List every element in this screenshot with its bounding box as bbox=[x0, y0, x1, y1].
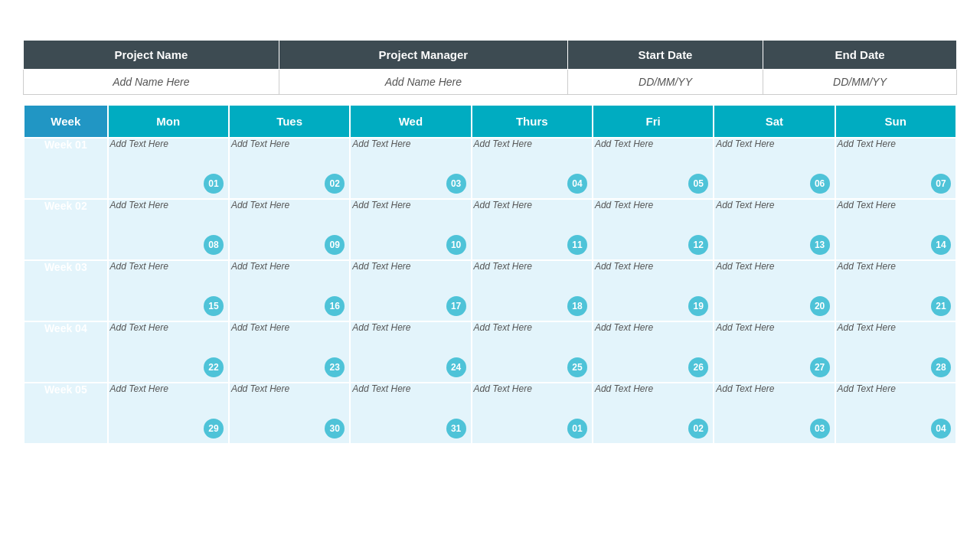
day-number: 05 bbox=[688, 174, 708, 194]
day-number: 04 bbox=[931, 419, 951, 439]
day-cell-w3-d5[interactable]: Add Text Here19 bbox=[593, 260, 714, 321]
day-number: 10 bbox=[446, 235, 466, 255]
cal-day-header-thurs: Thurs bbox=[472, 105, 593, 138]
cal-week-header: Week bbox=[24, 105, 108, 138]
day-cell-w4-d4[interactable]: Add Text Here25 bbox=[472, 321, 593, 383]
cell-text: Add Text Here bbox=[109, 200, 228, 210]
cell-text: Add Text Here bbox=[109, 261, 228, 272]
day-cell-w5-d2[interactable]: Add Text Here30 bbox=[229, 383, 350, 444]
day-cell-w5-d1[interactable]: Add Text Here29 bbox=[108, 383, 229, 444]
day-cell-w1-d2[interactable]: Add Text Here02 bbox=[229, 138, 350, 199]
day-cell-w5-d3[interactable]: Add Text Here31 bbox=[350, 383, 471, 444]
day-number: 17 bbox=[446, 296, 466, 316]
day-number: 19 bbox=[688, 296, 708, 316]
day-number: 16 bbox=[325, 296, 345, 316]
week-row-1: Week 01Add Text Here01Add Text Here02Add… bbox=[24, 138, 956, 199]
cell-text: Add Text Here bbox=[109, 383, 228, 394]
cell-text: Add Text Here bbox=[593, 261, 713, 272]
day-number: 01 bbox=[567, 419, 587, 439]
info-header-1: Project Manager bbox=[279, 41, 567, 70]
cell-text: Add Text Here bbox=[472, 200, 592, 210]
cell-text: Add Text Here bbox=[109, 139, 228, 149]
day-cell-w4-d7[interactable]: Add Text Here28 bbox=[835, 321, 956, 383]
cell-text: Add Text Here bbox=[472, 322, 592, 333]
day-number: 24 bbox=[446, 357, 466, 377]
day-cell-w3-d7[interactable]: Add Text Here21 bbox=[835, 260, 956, 321]
day-number: 28 bbox=[931, 357, 951, 377]
cell-text: Add Text Here bbox=[351, 139, 470, 149]
day-cell-w2-d5[interactable]: Add Text Here12 bbox=[593, 199, 714, 260]
day-number: 03 bbox=[810, 419, 830, 439]
day-cell-w2-d4[interactable]: Add Text Here11 bbox=[472, 199, 593, 260]
day-cell-w4-d3[interactable]: Add Text Here24 bbox=[350, 321, 471, 383]
day-cell-w3-d6[interactable]: Add Text Here20 bbox=[714, 260, 835, 321]
cell-text: Add Text Here bbox=[472, 139, 592, 149]
info-value-0[interactable]: Add Name Here bbox=[24, 70, 279, 95]
day-cell-w4-d2[interactable]: Add Text Here23 bbox=[229, 321, 350, 383]
day-cell-w3-d4[interactable]: Add Text Here18 bbox=[472, 260, 593, 321]
day-cell-w2-d3[interactable]: Add Text Here10 bbox=[350, 199, 471, 260]
day-cell-w4-d1[interactable]: Add Text Here22 bbox=[108, 321, 229, 383]
day-number: 07 bbox=[931, 174, 951, 194]
cell-text: Add Text Here bbox=[714, 200, 834, 210]
day-number: 15 bbox=[204, 296, 224, 316]
day-cell-w4-d6[interactable]: Add Text Here27 bbox=[714, 321, 835, 383]
day-number: 13 bbox=[810, 235, 830, 255]
week-label-1: Week 01 bbox=[24, 138, 108, 199]
cell-text: Add Text Here bbox=[593, 139, 713, 149]
cal-day-header-mon: Mon bbox=[108, 105, 229, 138]
day-cell-w1-d1[interactable]: Add Text Here01 bbox=[108, 138, 229, 199]
day-cell-w5-d4[interactable]: Add Text Here01 bbox=[472, 383, 593, 444]
cell-text: Add Text Here bbox=[230, 261, 349, 272]
cell-text: Add Text Here bbox=[836, 200, 956, 210]
day-number: 02 bbox=[325, 174, 345, 194]
day-cell-w2-d7[interactable]: Add Text Here14 bbox=[835, 199, 956, 260]
day-number: 27 bbox=[810, 357, 830, 377]
day-number: 14 bbox=[931, 235, 951, 255]
info-header-3: End Date bbox=[763, 41, 957, 70]
day-cell-w5-d6[interactable]: Add Text Here03 bbox=[714, 383, 835, 444]
cell-text: Add Text Here bbox=[714, 322, 834, 333]
cell-text: Add Text Here bbox=[351, 261, 470, 272]
day-cell-w3-d3[interactable]: Add Text Here17 bbox=[350, 260, 471, 321]
day-cell-w1-d5[interactable]: Add Text Here05 bbox=[593, 138, 714, 199]
info-value-3[interactable]: DD/MM/YY bbox=[763, 70, 957, 95]
cell-text: Add Text Here bbox=[230, 200, 349, 210]
week-label-3: Week 03 bbox=[24, 260, 108, 321]
cell-text: Add Text Here bbox=[714, 383, 834, 394]
cell-text: Add Text Here bbox=[836, 383, 956, 394]
cal-day-header-wed: Wed bbox=[350, 105, 471, 138]
day-cell-w2-d1[interactable]: Add Text Here08 bbox=[108, 199, 229, 260]
day-number: 26 bbox=[688, 357, 708, 377]
day-cell-w1-d4[interactable]: Add Text Here04 bbox=[472, 138, 593, 199]
cell-text: Add Text Here bbox=[230, 322, 349, 333]
day-number: 04 bbox=[567, 174, 587, 194]
cell-text: Add Text Here bbox=[593, 383, 713, 394]
cal-day-header-tues: Tues bbox=[229, 105, 350, 138]
day-number: 09 bbox=[325, 235, 345, 255]
day-number: 02 bbox=[688, 419, 708, 439]
day-number: 21 bbox=[931, 296, 951, 316]
day-cell-w2-d6[interactable]: Add Text Here13 bbox=[714, 199, 835, 260]
day-cell-w1-d3[interactable]: Add Text Here03 bbox=[350, 138, 471, 199]
day-cell-w2-d2[interactable]: Add Text Here09 bbox=[229, 199, 350, 260]
week-row-5: Week 05Add Text Here29Add Text Here30Add… bbox=[24, 383, 956, 444]
cell-text: Add Text Here bbox=[836, 322, 956, 333]
week-row-3: Week 03Add Text Here15Add Text Here16Add… bbox=[24, 260, 956, 321]
day-cell-w4-d5[interactable]: Add Text Here26 bbox=[593, 321, 714, 383]
day-cell-w5-d5[interactable]: Add Text Here02 bbox=[593, 383, 714, 444]
cell-text: Add Text Here bbox=[472, 383, 592, 394]
cell-text: Add Text Here bbox=[836, 139, 956, 149]
info-value-1[interactable]: Add Name Here bbox=[279, 70, 567, 95]
day-cell-w5-d7[interactable]: Add Text Here04 bbox=[835, 383, 956, 444]
info-value-2[interactable]: DD/MM/YY bbox=[567, 70, 763, 95]
day-cell-w3-d1[interactable]: Add Text Here15 bbox=[108, 260, 229, 321]
day-cell-w3-d2[interactable]: Add Text Here16 bbox=[229, 260, 350, 321]
day-cell-w1-d7[interactable]: Add Text Here07 bbox=[835, 138, 956, 199]
day-number: 23 bbox=[325, 357, 345, 377]
info-table: Project NameProject ManagerStart DateEnd… bbox=[23, 40, 957, 95]
cell-text: Add Text Here bbox=[593, 200, 713, 210]
day-cell-w1-d6[interactable]: Add Text Here06 bbox=[714, 138, 835, 199]
day-number: 01 bbox=[204, 174, 224, 194]
info-header-2: Start Date bbox=[567, 41, 763, 70]
